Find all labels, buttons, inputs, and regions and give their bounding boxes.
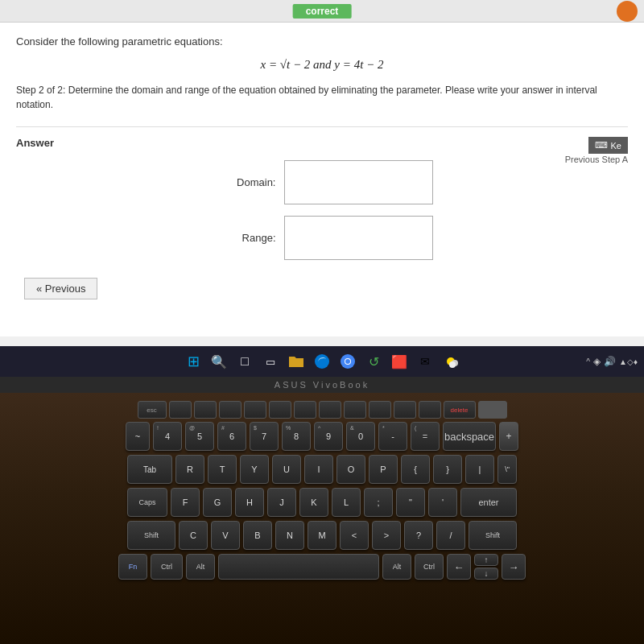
key-6[interactable]: ^9: [314, 422, 343, 451]
key-f[interactable]: J: [267, 488, 296, 517]
range-input[interactable]: [284, 216, 433, 260]
asdf-row: Caps F G H J K L ; " ' enter: [8, 488, 636, 517]
key-i[interactable]: {: [401, 455, 430, 484]
domain-label: Domain:: [212, 176, 276, 188]
refresh-icon[interactable]: ↺: [364, 352, 383, 371]
key-s[interactable]: G: [203, 488, 232, 517]
key-1[interactable]: !4: [153, 422, 182, 451]
previous-step-link[interactable]: Previous Step A: [565, 155, 628, 164]
keyboard-icon: ⌨: [595, 140, 608, 151]
key-8[interactable]: *-: [378, 422, 407, 451]
key-o[interactable]: }: [433, 455, 462, 484]
key-h[interactable]: L: [332, 488, 361, 517]
folder-icon[interactable]: [287, 352, 306, 371]
svg-point-6: [449, 361, 456, 368]
key-enter[interactable]: enter: [460, 488, 517, 517]
key-alt-left[interactable]: Alt: [186, 554, 215, 580]
key-period[interactable]: /: [436, 521, 465, 550]
key-m[interactable]: >: [372, 521, 401, 550]
key-f3[interactable]: [219, 401, 242, 419]
keyboard-shortcut-button[interactable]: ⌨ Ke: [588, 137, 628, 154]
key-backspace[interactable]: backspace: [443, 422, 496, 451]
key-arrow-right[interactable]: →: [502, 554, 526, 580]
zxcv-row: Shift C V B N M < > ? / Shift: [8, 521, 636, 550]
key-ctrl-left[interactable]: Ctrl: [151, 554, 183, 580]
key-g[interactable]: K: [299, 488, 328, 517]
key-u[interactable]: P: [369, 455, 398, 484]
key-4[interactable]: $7: [250, 422, 279, 451]
key-f4[interactable]: [244, 401, 266, 419]
key-f7[interactable]: [319, 401, 341, 419]
user-avatar: [617, 1, 638, 22]
search-icon[interactable]: 🔍: [209, 352, 229, 371]
taskview-icon[interactable]: □: [235, 352, 254, 371]
key-f5[interactable]: [269, 401, 291, 419]
key-f6[interactable]: [294, 401, 316, 419]
key-f8[interactable]: [344, 401, 366, 419]
key-7[interactable]: &0: [346, 422, 375, 451]
desktop-icon[interactable]: ▭: [261, 352, 280, 371]
key-delete[interactable]: delete: [444, 401, 476, 419]
fn-key-row: esc delete: [8, 401, 636, 419]
key-f10[interactable]: [394, 401, 416, 419]
key-backtick[interactable]: ~: [126, 422, 150, 451]
key-p2[interactable]: \": [497, 455, 517, 484]
key-arrow-up[interactable]: ↑: [474, 554, 498, 566]
key-3[interactable]: #6: [217, 422, 246, 451]
office-icon[interactable]: 🟥: [390, 352, 409, 371]
weather-icon[interactable]: [441, 352, 460, 371]
key-z[interactable]: C: [179, 521, 208, 550]
key-k[interactable]: ": [396, 488, 425, 517]
key-ctrl-right[interactable]: Ctrl: [415, 554, 444, 580]
key-q[interactable]: R: [175, 455, 204, 484]
key-n[interactable]: <: [340, 521, 369, 550]
edge-icon[interactable]: [312, 352, 332, 371]
key-r[interactable]: U: [272, 455, 301, 484]
key-b[interactable]: M: [308, 521, 336, 550]
content-area: Consider the following parametric equati…: [0, 23, 644, 336]
key-e[interactable]: Y: [240, 455, 269, 484]
divider: [16, 126, 628, 127]
key-f1[interactable]: [169, 401, 192, 419]
key-tab[interactable]: Tab: [127, 455, 172, 484]
domain-input[interactable]: [284, 160, 433, 204]
key-j[interactable]: ;: [364, 488, 393, 517]
key-shift-left[interactable]: Shift: [127, 521, 175, 550]
windows-start-icon[interactable]: ⊞: [184, 352, 203, 371]
key-9[interactable]: (=: [411, 422, 440, 451]
tray-time: ▲◇♦: [619, 357, 638, 366]
keyboard-area: esc delete ~ !4 @5 #6 $7 %8 ^9: [0, 393, 644, 644]
key-w[interactable]: T: [208, 455, 237, 484]
equation-display: x = √t − 2 and y = 4t − 2: [16, 57, 628, 72]
key-v[interactable]: N: [275, 521, 304, 550]
key-plus[interactable]: +: [499, 422, 518, 451]
key-p[interactable]: |: [465, 455, 494, 484]
previous-button[interactable]: « Previous: [24, 278, 97, 299]
key-f9[interactable]: [369, 401, 391, 419]
key-shift-right[interactable]: Shift: [469, 521, 517, 550]
range-group: Range:: [16, 216, 628, 260]
key-f2[interactable]: [194, 401, 217, 419]
key-x[interactable]: V: [211, 521, 240, 550]
key-5[interactable]: %8: [282, 422, 311, 451]
key-arrow-left[interactable]: ←: [447, 554, 471, 580]
mail-icon[interactable]: ✉: [415, 352, 435, 371]
key-f11[interactable]: [419, 401, 441, 419]
key-fn[interactable]: Fn: [118, 554, 147, 580]
key-a[interactable]: F: [171, 488, 200, 517]
key-esc[interactable]: esc: [138, 401, 167, 419]
key-caps[interactable]: Caps: [127, 488, 167, 517]
qwerty-row: Tab R T Y U I O P { } | \": [8, 455, 636, 484]
key-fnlock[interactable]: [478, 401, 507, 419]
key-comma[interactable]: ?: [404, 521, 433, 550]
key-2[interactable]: @5: [185, 422, 214, 451]
key-l[interactable]: ': [428, 488, 457, 517]
key-d[interactable]: H: [235, 488, 264, 517]
chrome-icon[interactable]: [338, 352, 357, 371]
key-y[interactable]: O: [336, 455, 365, 484]
key-space[interactable]: [218, 554, 379, 580]
key-arrow-down[interactable]: ↓: [474, 568, 498, 580]
key-c[interactable]: B: [243, 521, 272, 550]
key-t[interactable]: I: [304, 455, 333, 484]
key-alt-right[interactable]: Alt: [382, 554, 411, 580]
